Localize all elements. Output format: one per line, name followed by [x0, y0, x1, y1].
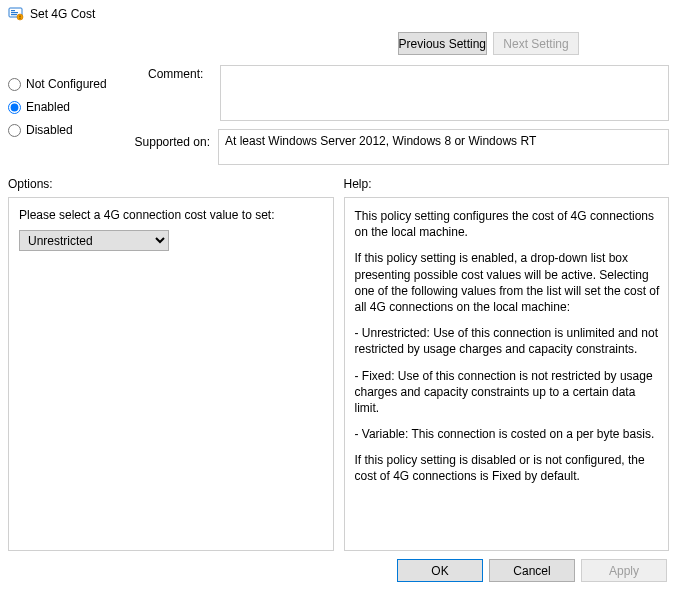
help-paragraph: If this policy setting is disabled or is…: [355, 452, 661, 484]
radio-enabled-label: Enabled: [26, 100, 70, 114]
policy-icon: [8, 6, 24, 22]
cancel-button[interactable]: Cancel: [489, 559, 575, 582]
next-setting-button[interactable]: Next Setting: [493, 32, 579, 55]
radio-enabled[interactable]: Enabled: [8, 100, 138, 114]
svg-rect-5: [19, 16, 20, 18]
supported-value: At least Windows Server 2012, Windows 8 …: [225, 134, 536, 148]
apply-button[interactable]: Apply: [581, 559, 667, 582]
radio-disabled-input[interactable]: [8, 124, 21, 137]
options-header: Options:: [8, 175, 334, 197]
svg-rect-6: [19, 18, 20, 19]
help-paragraph: - Fixed: Use of this connection is not r…: [355, 368, 661, 417]
help-header: Help:: [344, 175, 670, 197]
help-panel: This policy setting configures the cost …: [344, 197, 670, 551]
ok-button[interactable]: OK: [397, 559, 483, 582]
nav-buttons: Previous Setting Next Setting: [0, 28, 677, 61]
comment-input[interactable]: [220, 65, 669, 121]
help-paragraph: If this policy setting is enabled, a dro…: [355, 250, 661, 315]
svg-rect-3: [11, 14, 17, 15]
supported-row: Supported on: At least Windows Server 20…: [148, 129, 669, 165]
radio-disabled[interactable]: Disabled: [8, 123, 138, 137]
lower-columns: Options: Please select a 4G connection c…: [0, 175, 677, 551]
cost-value-select[interactable]: Unrestricted: [19, 230, 169, 251]
svg-rect-1: [11, 10, 15, 11]
footer-buttons: OK Cancel Apply: [0, 551, 677, 582]
radio-not-configured-label: Not Configured: [26, 77, 107, 91]
upper-fields: Comment: Supported on: At least Windows …: [148, 65, 669, 165]
supported-value-box: At least Windows Server 2012, Windows 8 …: [218, 129, 669, 165]
radio-disabled-label: Disabled: [26, 123, 73, 137]
state-radios: Not Configured Enabled Disabled: [8, 65, 138, 165]
radio-not-configured-input[interactable]: [8, 78, 21, 91]
upper-section: Not Configured Enabled Disabled Comment:…: [0, 61, 677, 175]
options-prompt: Please select a 4G connection cost value…: [19, 208, 323, 222]
radio-not-configured[interactable]: Not Configured: [8, 77, 138, 91]
help-paragraph: - Unrestricted: Use of this connection i…: [355, 325, 661, 357]
titlebar: Set 4G Cost: [0, 0, 677, 28]
svg-rect-2: [11, 12, 18, 13]
comment-label: Comment:: [148, 65, 212, 81]
options-panel: Please select a 4G connection cost value…: [8, 197, 334, 551]
supported-label: Supported on:: [130, 129, 210, 149]
previous-setting-button[interactable]: Previous Setting: [398, 32, 487, 55]
help-column: Help: This policy setting configures the…: [344, 175, 670, 551]
help-paragraph: - Variable: This connection is costed on…: [355, 426, 661, 442]
window-title: Set 4G Cost: [30, 7, 95, 21]
comment-row: Comment:: [148, 65, 669, 121]
radio-enabled-input[interactable]: [8, 101, 21, 114]
options-column: Options: Please select a 4G connection c…: [8, 175, 334, 551]
help-paragraph: This policy setting configures the cost …: [355, 208, 661, 240]
help-text: This policy setting configures the cost …: [355, 208, 661, 485]
